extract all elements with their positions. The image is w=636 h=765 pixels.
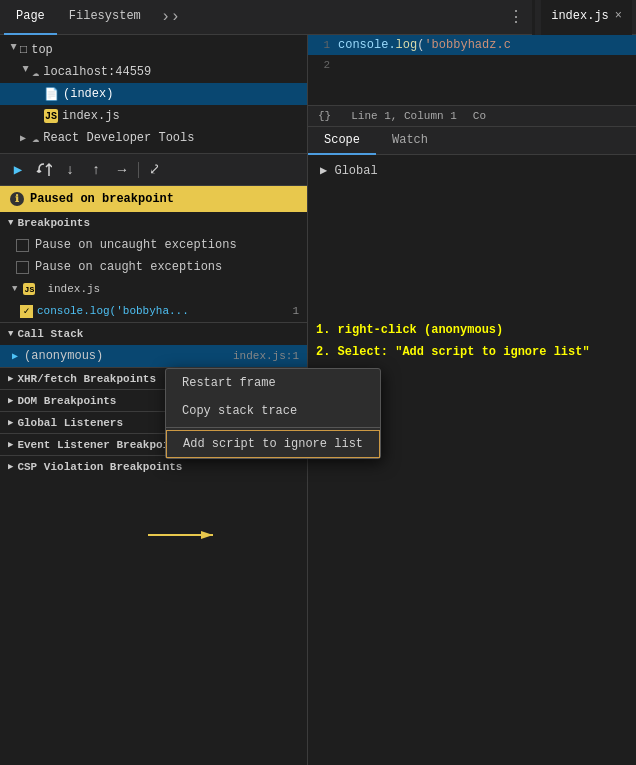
ctx-copy-label: Copy stack trace (182, 404, 297, 418)
event-arrow: ▶ (8, 439, 13, 450)
index-html-label: (index) (63, 87, 113, 101)
annotation-line2: 2. Select: "Add script to ignore list" (316, 342, 590, 364)
pause-caught-checkbox[interactable] (16, 261, 29, 274)
xhr-arrow: ▶ (8, 373, 13, 384)
breakpoints-section-header[interactable]: ▼ Breakpoints (0, 212, 307, 234)
paused-banner: ℹ Paused on breakpoint (0, 186, 307, 212)
step-into-button[interactable]: ↓ (58, 158, 82, 182)
deactivate-button[interactable]: ⤦ (143, 158, 167, 182)
pause-uncaught-checkbox[interactable] (16, 239, 29, 252)
bp-indexjs-group[interactable]: ▼ JS index.js (0, 278, 307, 300)
global-arrow: ▶ (8, 417, 13, 428)
breakpoints-arrow: ▼ (8, 218, 13, 228)
scope-content: ▶ Global (308, 155, 636, 185)
tab-watch[interactable]: Watch (376, 127, 444, 155)
cloud-icon-localhost: ☁ (32, 65, 39, 80)
top-label: top (31, 43, 53, 57)
scope-tab-bar: Scope Watch (308, 127, 636, 155)
indexjs-label: index.js (62, 109, 120, 123)
tab-page[interactable]: Page (4, 0, 57, 35)
tab-filesystem[interactable]: Filesystem (57, 0, 153, 35)
dom-label: DOM Breakpoints (17, 395, 116, 407)
callstack-anonymous-label: (anonymous) (24, 349, 103, 363)
ctx-add-ignore[interactable]: Add script to ignore list (166, 430, 380, 458)
react-label: React Developer Tools (43, 131, 194, 145)
line-num-1: 1 (308, 39, 338, 51)
bp-consolelog-line: 1 (292, 305, 307, 317)
status-bar: {} Line 1, Column 1 Co (308, 105, 636, 127)
arrow-react: ▶ (20, 132, 32, 144)
tree-react[interactable]: ▶ ☁ React Developer Tools (0, 127, 307, 149)
indexjs-tab-label: index.js (551, 9, 609, 23)
folder-icon-top: □ (20, 43, 27, 57)
top-tab-bar: Page Filesystem ›› ⋮ index.js × (0, 0, 636, 35)
html-icon: 📄 (44, 87, 59, 102)
ctx-separator (166, 427, 380, 428)
step-over-button[interactable] (32, 158, 56, 182)
more-tabs-button[interactable]: ›› (153, 8, 188, 26)
paused-label: Paused on breakpoint (30, 192, 174, 206)
csp-arrow: ▶ (8, 461, 13, 472)
localhost-label: localhost:44559 (43, 65, 151, 79)
ctx-copy-stack[interactable]: Copy stack trace (166, 397, 380, 425)
curly-icon: {} (318, 110, 331, 122)
ctx-restart-frame[interactable]: Restart frame (166, 369, 380, 397)
tab-options-button[interactable]: ⋮ (500, 7, 532, 27)
file-tree: ▶ □ top ▶ ☁ localhost:44559 📄 (index) JS… (0, 35, 307, 153)
annotation-line1: 1. right-click (anonymous) (316, 320, 590, 342)
log-kw: log (396, 38, 418, 52)
line-num-2: 2 (308, 59, 338, 71)
resume-button[interactable]: ▶ (6, 158, 30, 182)
close-tab-icon[interactable]: × (615, 9, 622, 23)
callstack-anonymous-item[interactable]: ▶ (anonymous) index.js:1 (0, 345, 307, 367)
info-icon: ℹ (10, 192, 24, 206)
tree-top[interactable]: ▶ □ top (0, 39, 307, 61)
ctx-ignore-label: Add script to ignore list (183, 437, 363, 451)
breakpoints-label: Breakpoints (17, 217, 90, 229)
global-label: Global Listeners (17, 417, 123, 429)
tab-indexjs[interactable]: index.js × (541, 0, 632, 35)
xhr-label: XHR/fetch Breakpoints (17, 373, 156, 385)
step-out-button[interactable]: ↑ (84, 158, 108, 182)
console-kw: console. (338, 38, 396, 52)
callstack-section-header[interactable]: ▼ Call Stack (0, 323, 307, 345)
bp-indexjs-label: index.js (47, 283, 100, 295)
toolbar-sep (138, 162, 139, 178)
arrow-top: ▶ (8, 44, 20, 56)
js-file-icon: JS (44, 109, 58, 123)
pause-uncaught-item[interactable]: Pause on uncaught exceptions (0, 234, 307, 256)
tab-filesystem-label: Filesystem (69, 9, 141, 23)
pause-uncaught-label: Pause on uncaught exceptions (35, 238, 237, 252)
scope-global-label: ▶ Global (320, 163, 378, 178)
scope-tab-label: Scope (324, 133, 360, 147)
tree-indexjs[interactable]: JS index.js (0, 105, 307, 127)
bp-consolelog-item[interactable]: ✓ console.log('bobbyha... 1 (0, 300, 307, 322)
arrow-localhost: ▶ (20, 66, 32, 78)
string-val: 'bobbyhadz.c (424, 38, 510, 52)
code-line-1: 1 console.log('bobbyhadz.c (308, 35, 636, 55)
code-area: 1 console.log('bobbyhadz.c 2 (308, 35, 636, 105)
tab-page-label: Page (16, 9, 45, 23)
cloud-icon-react: ☁ (32, 131, 39, 146)
bp-js-icon: JS (23, 283, 35, 295)
callstack-label: Call Stack (17, 328, 83, 340)
tab-scope[interactable]: Scope (308, 127, 376, 155)
code-line-2: 2 (308, 55, 636, 75)
bp-consolelog-checkbox[interactable]: ✓ (20, 305, 33, 318)
annotation-overlay: 1. right-click (anonymous) 2. Select: "A… (316, 320, 590, 363)
debug-toolbar: ▶ ↓ ↑ → ⤦ (0, 154, 307, 186)
pause-caught-label: Pause on caught exceptions (35, 260, 222, 274)
step-button[interactable]: → (110, 158, 134, 182)
position-label: Line 1, Column 1 (351, 110, 457, 122)
ctx-restart-label: Restart frame (182, 376, 276, 390)
bp-consolelog-text: console.log('bobbyha... (37, 305, 189, 317)
arrow-annotation (148, 525, 228, 549)
csp-label: CSP Violation Breakpoints (17, 461, 182, 473)
scope-global-item[interactable]: ▶ Global (308, 159, 636, 181)
callstack-arrow-icon: ▼ (8, 329, 13, 339)
tree-localhost[interactable]: ▶ ☁ localhost:44559 (0, 61, 307, 83)
dom-arrow: ▶ (8, 395, 13, 406)
pause-caught-item[interactable]: Pause on caught exceptions (0, 256, 307, 278)
context-menu: Restart frame Copy stack trace Add scrip… (165, 368, 381, 459)
tree-index-html[interactable]: 📄 (index) (0, 83, 307, 105)
